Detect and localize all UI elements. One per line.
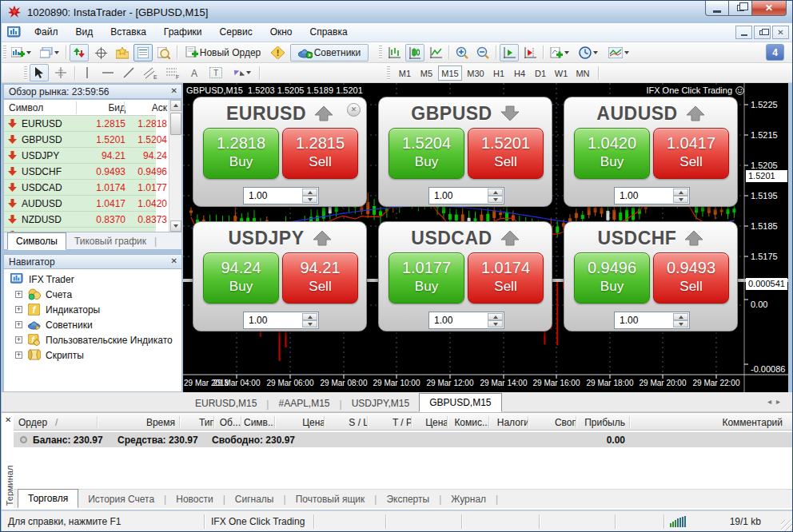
spin-up-icon[interactable] [302, 313, 317, 320]
market-watch-scrollbar[interactable] [169, 100, 181, 232]
trendline-tool-button[interactable] [120, 64, 137, 81]
timeframe-m1[interactable]: M1 [395, 66, 415, 81]
notifications-badge[interactable]: 4 [766, 44, 784, 61]
market-watch-row[interactable]: NZDUSD 0.8370 0.8373 [4, 212, 156, 228]
spin-up-icon[interactable] [488, 189, 503, 196]
tab-signals[interactable]: Сигналы [225, 490, 284, 508]
scroll-down-icon[interactable] [170, 220, 181, 232]
cursor-tool-button[interactable] [30, 64, 49, 81]
scroll-up-icon[interactable] [170, 100, 181, 111]
timeframe-h4[interactable]: H4 [510, 66, 529, 81]
col-price-current[interactable]: Цена [414, 417, 448, 428]
favorites-button[interactable] [113, 44, 132, 62]
spin-up-icon[interactable] [673, 313, 688, 320]
col-type[interactable]: Тип [183, 417, 215, 428]
buy-button[interactable]: 1.2818Buy [203, 128, 279, 179]
widget-close-icon[interactable]: ✕ [347, 103, 361, 117]
tab-account-history[interactable]: История Счета [78, 490, 164, 508]
spin-down-icon[interactable] [488, 320, 503, 328]
text-tool-button[interactable]: A [185, 64, 203, 81]
volume-spinner[interactable] [243, 312, 319, 329]
market-watch-button[interactable] [133, 44, 153, 62]
sell-button[interactable]: 94.21Sell [282, 252, 358, 304]
spin-down-icon[interactable] [302, 196, 317, 203]
menu-insert[interactable]: Вставка [102, 23, 155, 42]
tab-mailbox[interactable]: Почтовый ящик [286, 490, 375, 508]
buy-button[interactable]: 1.0177Buy [389, 252, 464, 304]
advisors-button[interactable]: Советники [290, 44, 369, 62]
minimize-button[interactable] [705, 1, 729, 16]
spin-down-icon[interactable] [488, 196, 503, 203]
crosshair-button[interactable] [91, 44, 110, 62]
balance-row[interactable]: Баланс: 230.97 Средства: 230.97 Свободно… [14, 432, 792, 447]
bar-chart-button[interactable] [385, 44, 404, 62]
channel-tool-button[interactable]: E [141, 64, 160, 81]
tab-experts[interactable]: Эксперты [377, 490, 439, 508]
volume-spinner[interactable] [428, 187, 504, 204]
terminal-close-icon[interactable]: ✕ [5, 415, 11, 424]
market-watch-row[interactable]: USDCHF 0.9493 0.9496 [4, 164, 156, 180]
periods-button[interactable] [576, 44, 601, 62]
candlestick-chart-button[interactable] [405, 44, 424, 62]
zoom-in-button[interactable] [452, 44, 472, 62]
horizontal-line-tool-button[interactable] [99, 64, 117, 81]
data-window-button[interactable] [154, 44, 173, 62]
menu-tools[interactable]: Сервис [211, 23, 261, 42]
volume-spinner[interactable] [428, 312, 504, 329]
line-chart-button[interactable] [426, 44, 445, 62]
tree-item-advisors[interactable]: + Советники [4, 318, 181, 333]
spin-down-icon[interactable] [302, 320, 317, 328]
timeframe-m5[interactable]: M5 [416, 66, 436, 81]
menu-file[interactable]: Файл [26, 23, 67, 42]
col-time[interactable]: Время [102, 417, 175, 428]
tab-symbols[interactable]: Символы [7, 232, 66, 250]
tab-news[interactable]: Новости [166, 490, 222, 508]
col-order[interactable]: Ордер [18, 417, 47, 428]
timeframe-m30[interactable]: M30 [464, 66, 488, 81]
expand-icon[interactable]: + [15, 321, 22, 328]
col-tp[interactable]: T / P [370, 417, 412, 428]
new-order-button[interactable]: Новый Ордер [181, 44, 265, 62]
chart-document-icon[interactable] [7, 26, 22, 38]
market-watch-row[interactable]: GBPUSD 1.5201 1.5204 [4, 132, 156, 148]
status-mode-text[interactable]: IFX One Click Trading [211, 516, 305, 527]
expand-icon[interactable]: + [15, 291, 22, 298]
col-comment[interactable]: Комментарий [645, 417, 783, 428]
col-commission[interactable]: Комис... [450, 417, 490, 428]
tree-item-scripts[interactable]: + Скрипты [4, 348, 181, 363]
expand-icon[interactable]: + [15, 306, 22, 313]
buy-button[interactable]: 0.9496Buy [574, 252, 650, 304]
col-symbol[interactable]: Симв... [244, 417, 276, 428]
buy-button[interactable]: 1.5204Buy [389, 128, 464, 179]
volume-spinner[interactable] [614, 187, 690, 204]
col-volume[interactable]: Об... [217, 417, 241, 428]
timeframe-m15[interactable]: M15 [438, 66, 462, 81]
auto-scroll-button[interactable] [500, 44, 519, 62]
spin-down-icon[interactable] [673, 320, 688, 328]
tab-journal[interactable]: Журнал [441, 490, 496, 508]
timeframe-w1[interactable]: W1 [552, 66, 571, 81]
col-bid[interactable]: Бид [81, 102, 126, 113]
chart-tab-aapl[interactable]: #AAPL,M15 [269, 395, 339, 412]
col-symbol[interactable]: Символ [9, 102, 43, 113]
volume-spinner[interactable] [614, 312, 690, 329]
tree-item-custom-indicators[interactable]: + f Пользовательские Индикато [4, 333, 181, 348]
timeframe-mn[interactable]: MN [572, 66, 593, 81]
market-watch-row[interactable]: AUDUSD 1.0417 1.0420 [4, 196, 156, 212]
market-watch-row[interactable]: USDJPY 94.21 94.24 [4, 148, 156, 164]
chart-tab-gbpusd[interactable]: GBPUSD,M15 [419, 393, 501, 412]
menu-help[interactable]: Справка [301, 23, 357, 42]
restore-button[interactable] [729, 1, 751, 16]
market-watch-row[interactable]: USDCAD 1.0174 1.0177 [4, 180, 156, 196]
resize-grip[interactable] [781, 520, 793, 532]
sell-button[interactable]: 1.2815Sell [282, 128, 358, 179]
tab-scroll-arrows[interactable]: ◂▸ [767, 397, 785, 406]
market-watch-close-icon[interactable]: ✕ [171, 87, 177, 95]
mdi-close-button[interactable]: ✕ [772, 26, 789, 39]
indicators-button[interactable] [604, 44, 633, 62]
zoom-out-button[interactable] [473, 44, 492, 62]
mdi-restore-button[interactable] [754, 26, 771, 39]
col-profit[interactable]: Прибыль [579, 417, 625, 428]
scroll-thumb[interactable] [170, 113, 181, 135]
spin-up-icon[interactable] [673, 189, 688, 196]
